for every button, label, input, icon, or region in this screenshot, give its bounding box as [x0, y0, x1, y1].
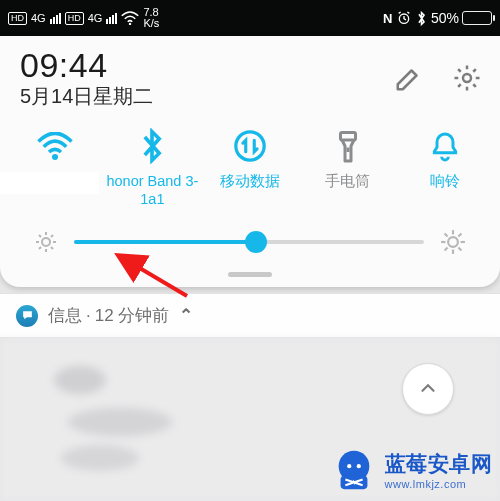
svg-line-22: [458, 247, 461, 250]
flashlight-icon: [328, 126, 368, 166]
sim1-hd-badge: HD: [8, 12, 27, 25]
svg-line-23: [458, 234, 461, 237]
battery-icon: [462, 11, 492, 25]
svg-line-15: [39, 247, 41, 249]
alarm-icon: [396, 10, 412, 26]
nfc-icon: N: [383, 11, 392, 26]
quick-settings-row: W honor Band 3-1a1 移动数据 手电筒: [0, 112, 500, 218]
svg-point-7: [42, 238, 50, 246]
sim1-net-type: 4G: [31, 12, 46, 24]
messages-app-icon: [16, 305, 38, 327]
notification-header[interactable]: 信息 · 12 分钟前 ⌃: [0, 293, 500, 338]
watermark: 蓝莓安卓网 www.lmkjz.com: [331, 447, 493, 493]
status-left: HD 4G HD 4G 7.8 K/s: [8, 7, 159, 29]
qs-bluetooth[interactable]: honor Band 3-1a1: [106, 126, 198, 208]
watermark-logo-icon: [331, 447, 377, 493]
svg-point-27: [347, 464, 351, 468]
svg-line-24: [445, 247, 448, 250]
redaction-mask: [0, 172, 99, 194]
collapse-caret-icon[interactable]: ⌃: [179, 305, 193, 326]
svg-point-0: [129, 23, 131, 25]
status-bar: HD 4G HD 4G 7.8 K/s N 50%: [0, 0, 500, 36]
notification-age: 12 分钟前: [95, 304, 170, 327]
qs-wifi[interactable]: W: [9, 126, 101, 208]
brightness-high-icon: [440, 229, 466, 255]
qs-mobile-data-label: 移动数据: [220, 172, 280, 208]
bell-icon: [425, 126, 465, 166]
qs-flashlight[interactable]: 手电筒: [302, 126, 394, 208]
notification-app-name: 信息: [48, 304, 82, 327]
qs-ring-mode[interactable]: 响铃: [399, 126, 491, 208]
bluetooth-icon: [132, 126, 172, 166]
panel-drag-handle[interactable]: [228, 272, 272, 277]
edit-icon[interactable]: [394, 63, 424, 93]
svg-rect-5: [340, 133, 355, 141]
sim2-signal-icon: [106, 13, 117, 24]
scroll-up-fab[interactable]: [402, 363, 454, 415]
svg-line-12: [39, 235, 41, 237]
quick-settings-panel: 09:44 5月14日星期二 W: [0, 36, 500, 287]
battery-percent: 50%: [431, 10, 459, 26]
panel-time: 09:44: [20, 46, 153, 85]
qs-mobile-data[interactable]: 移动数据: [204, 126, 296, 208]
status-right: N 50%: [383, 10, 492, 27]
network-rate: 7.8 K/s: [143, 7, 159, 29]
svg-point-3: [52, 154, 58, 160]
svg-line-14: [51, 235, 53, 237]
watermark-text: 蓝莓安卓网: [385, 450, 493, 478]
wifi-status-icon: [121, 11, 139, 25]
brightness-low-icon: [34, 230, 58, 254]
watermark-url: www.lmkjz.com: [385, 478, 493, 490]
mobile-data-icon: [230, 126, 270, 166]
qs-flashlight-label: 手电筒: [325, 172, 370, 208]
svg-line-21: [445, 234, 448, 237]
bluetooth-status-icon: [416, 10, 427, 27]
svg-point-28: [356, 464, 360, 468]
notification-separator: ·: [86, 306, 91, 326]
panel-date: 5月14日星期二: [20, 83, 153, 110]
clock-block[interactable]: 09:44 5月14日星期二: [20, 46, 153, 110]
battery-indicator: 50%: [431, 10, 492, 26]
svg-line-13: [51, 247, 53, 249]
svg-point-4: [236, 132, 264, 160]
brightness-row: [0, 218, 500, 268]
qs-ring-label: 响铃: [430, 172, 460, 208]
qs-bluetooth-label: honor Band 3-1a1: [106, 172, 198, 208]
brightness-slider[interactable]: [74, 228, 424, 256]
svg-point-16: [448, 237, 458, 247]
settings-icon[interactable]: [452, 63, 482, 93]
sim1-signal-icon: [50, 13, 61, 24]
svg-point-2: [463, 74, 471, 82]
sim2-hd-badge: HD: [65, 12, 84, 25]
sim2-net-type: 4G: [88, 12, 103, 24]
wifi-icon: [35, 126, 75, 166]
slider-thumb[interactable]: [245, 231, 267, 253]
